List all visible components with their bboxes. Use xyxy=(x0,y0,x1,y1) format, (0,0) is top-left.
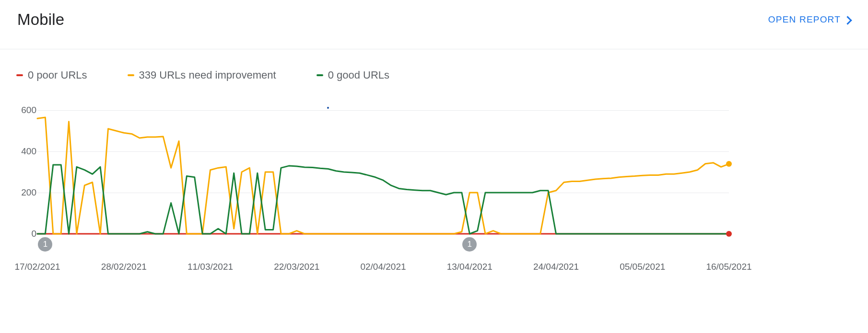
legend-poor[interactable]: 0 poor URLs xyxy=(13,67,90,83)
chevron-right-icon xyxy=(843,16,852,24)
event-marker-2-label: 1 xyxy=(468,240,472,249)
x-tick-0: 17/02/2021 xyxy=(14,262,60,272)
x-tick-5: 13/04/2021 xyxy=(447,262,493,272)
legend-good[interactable]: 0 good URLs xyxy=(314,67,392,83)
end-dot-needs xyxy=(726,161,732,167)
chart-lines-svg xyxy=(37,110,729,234)
legend-needs-improvement[interactable]: 339 URLs need improvement xyxy=(125,67,279,83)
y-tick-0: 0 xyxy=(31,229,36,239)
x-tick-1: 28/02/2021 xyxy=(101,262,147,272)
legend-swatch-good xyxy=(317,74,323,76)
end-dot-poor xyxy=(726,231,732,237)
legend-swatch-needs xyxy=(128,74,134,76)
series-line xyxy=(37,117,729,234)
event-marker-1[interactable]: 1 xyxy=(38,237,52,252)
x-tick-3: 22/03/2021 xyxy=(274,262,319,272)
header-bar: Mobile OPEN REPORT xyxy=(0,0,868,49)
legend-needs-label: 339 URLs need improvement xyxy=(139,69,276,81)
x-axis: 17/02/2021 28/02/2021 11/03/2021 22/03/2… xyxy=(0,262,868,276)
legend: 0 poor URLs 339 URLs need improvement 0 … xyxy=(13,67,392,83)
y-tick-200: 200 xyxy=(21,187,36,198)
legend-poor-label: 0 poor URLs xyxy=(28,69,87,81)
open-report-link[interactable]: OPEN REPORT xyxy=(768,14,851,25)
event-marker-2[interactable]: 1 xyxy=(462,237,477,252)
series-line xyxy=(37,165,729,234)
x-tick-6: 24/04/2021 xyxy=(533,262,579,272)
open-report-label: OPEN REPORT xyxy=(768,14,841,25)
legend-good-label: 0 good URLs xyxy=(328,69,389,81)
data-point-indicator xyxy=(327,107,329,109)
x-tick-7: 05/05/2021 xyxy=(620,262,665,272)
chart-plot-area: 1 1 xyxy=(37,110,729,234)
legend-swatch-poor xyxy=(16,74,23,76)
x-tick-2: 11/03/2021 xyxy=(188,262,233,272)
x-tick-4: 02/04/2021 xyxy=(360,262,406,272)
y-axis: 0 200 400 600 xyxy=(13,110,36,234)
y-tick-600: 600 xyxy=(21,105,36,115)
event-marker-1-label: 1 xyxy=(43,240,47,249)
page-title: Mobile xyxy=(17,11,64,29)
y-tick-400: 400 xyxy=(21,146,36,157)
x-tick-8: 16/05/2021 xyxy=(706,262,751,272)
